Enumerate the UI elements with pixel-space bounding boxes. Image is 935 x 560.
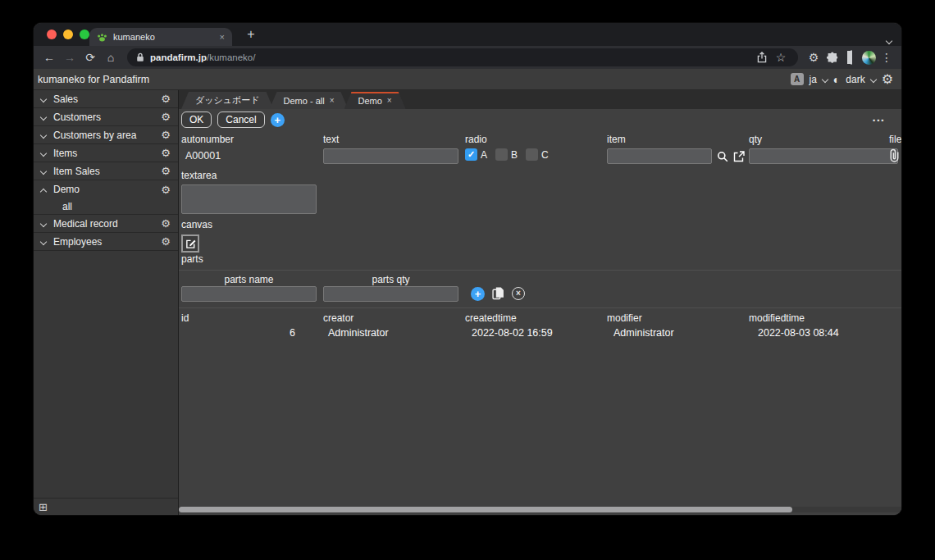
chevron-down-icon — [40, 238, 47, 244]
language-select[interactable]: ja — [810, 74, 817, 85]
cancel-button[interactable]: Cancel — [217, 112, 264, 128]
reload-button[interactable]: ⟳ — [81, 48, 99, 66]
field-label: qty — [749, 134, 898, 145]
sidebar-footer: ⊞ — [34, 498, 178, 515]
sidebar-item-label: Items — [53, 148, 77, 159]
bookmark-star-icon[interactable]: ☆ — [773, 49, 789, 66]
sidebar: Sales ⚙ Customers ⚙ Customers by area ⚙ … — [34, 90, 179, 515]
add-record-button[interactable]: + — [271, 113, 285, 127]
tab-close-icon[interactable]: × — [387, 97, 392, 105]
tab-dashboard[interactable]: ダッシュボード — [181, 92, 274, 109]
side-panel-icon[interactable] — [843, 49, 860, 66]
field-label: item — [607, 134, 745, 145]
ok-button[interactable]: OK — [181, 112, 212, 128]
search-icon[interactable] — [717, 151, 728, 162]
sidebar-gear-icon[interactable]: ⚙ — [161, 218, 171, 229]
sidebar-item-customers-by-area[interactable]: Customers by area ⚙ — [34, 126, 178, 144]
field-label: radio — [465, 134, 554, 145]
radio-options: ✓ A B C — [465, 148, 554, 161]
field-label: file — [889, 134, 901, 145]
back-button[interactable]: ← — [40, 48, 58, 66]
tab-close-icon[interactable]: × — [330, 97, 335, 105]
chevron-up-icon — [40, 189, 47, 195]
horizontal-scrollbar-track[interactable] — [179, 507, 901, 512]
browser-menu-icon[interactable]: ⋮ — [878, 49, 895, 66]
paperclip-icon[interactable] — [889, 148, 900, 162]
option-label: B — [511, 149, 518, 161]
chevron-down-icon — [40, 220, 47, 226]
sidebar-item-item-sales[interactable]: Item Sales ⚙ — [34, 162, 178, 180]
tab-label: Demo - all — [284, 96, 325, 106]
app-settings-gear-icon[interactable]: ⚙ — [882, 73, 893, 86]
extensions-puzzle-icon[interactable] — [824, 52, 841, 64]
browser-tab[interactable]: kumaneko × — [89, 28, 232, 46]
parts-name-input[interactable] — [181, 286, 317, 302]
theme-select[interactable]: dark — [846, 74, 864, 85]
parts-copy-row-icon[interactable] — [492, 286, 504, 300]
sidebar-item-sales[interactable]: Sales ⚙ — [34, 90, 178, 108]
meta-creator-label: creator — [323, 312, 353, 324]
field-canvas: canvas — [181, 219, 212, 253]
tab-demo-all[interactable]: Demo - all × — [270, 92, 349, 109]
sidebar-gear-icon[interactable]: ⚙ — [161, 112, 171, 122]
sidebar-item-employees[interactable]: Employees ⚙ — [34, 233, 178, 251]
sidebar-subitem-all[interactable]: all — [34, 198, 178, 215]
field-item: item — [607, 134, 745, 164]
parts-table-bottom-border — [179, 307, 901, 308]
theme-chevron-icon[interactable] — [869, 75, 876, 82]
home-button[interactable]: ⌂ — [102, 48, 120, 66]
tab-demo[interactable]: Demo × — [344, 92, 406, 109]
parts-col-header-name: parts name — [181, 274, 317, 285]
tab-search-chevron-icon[interactable] — [887, 32, 892, 47]
meta-modifier-value: Administrator — [613, 327, 674, 339]
horizontal-scrollbar-thumb[interactable] — [179, 507, 792, 512]
settings-gear-icon[interactable]: ⚙ — [805, 49, 822, 66]
zoom-window-button[interactable] — [80, 30, 89, 39]
language-chevron-icon[interactable] — [822, 75, 828, 82]
sidebar-item-customers[interactable]: Customers ⚙ — [34, 108, 178, 126]
sidebar-gear-icon[interactable]: ⚙ — [161, 236, 171, 247]
tab-close-icon[interactable]: × — [220, 33, 225, 42]
sidebar-item-label: Medical record — [53, 218, 118, 230]
parts-delete-row-icon[interactable]: × — [512, 287, 525, 300]
browser-tabstrip: kumaneko × + — [34, 23, 901, 46]
sidebar-item-label: Customers by area — [53, 130, 136, 141]
sidebar-gear-icon[interactable]: ⚙ — [161, 166, 171, 176]
lock-icon — [136, 52, 144, 62]
item-input[interactable] — [607, 148, 712, 164]
sidebar-item-label: Demo — [53, 184, 80, 195]
add-app-icon[interactable]: ⊞ — [39, 501, 48, 513]
screenshot-stage: kumaneko × + ← → ⟳ ⌂ pandafirm.jp/kumane… — [0, 0, 935, 560]
app-header-controls: A ja ◐ dark ⚙ — [791, 73, 894, 86]
sidebar-item-items[interactable]: Items ⚙ — [34, 144, 178, 162]
text-input[interactable] — [323, 148, 458, 164]
sidebar-gear-icon[interactable]: ⚙ — [161, 148, 171, 158]
minimize-window-button[interactable] — [63, 30, 73, 39]
close-window-button[interactable] — [47, 30, 57, 39]
translate-icon[interactable]: A — [791, 73, 804, 85]
parts-qty-input[interactable] — [323, 286, 458, 302]
checkbox-b[interactable] — [495, 148, 508, 161]
forward-button[interactable]: → — [61, 48, 79, 66]
sidebar-gear-icon[interactable]: ⚙ — [161, 130, 171, 140]
qty-input[interactable] — [749, 148, 898, 164]
paw-favicon-icon — [97, 32, 107, 43]
external-link-icon[interactable] — [733, 151, 745, 162]
checkbox-c[interactable] — [526, 148, 538, 161]
more-options-button[interactable]: ... — [872, 111, 885, 123]
textarea-input[interactable] — [181, 184, 317, 214]
new-tab-button[interactable]: + — [242, 25, 260, 43]
canvas-edit-button[interactable] — [181, 234, 199, 253]
sidebar-item-demo[interactable]: Demo ⚙ — [34, 180, 178, 198]
checkbox-a-checked[interactable]: ✓ — [465, 148, 477, 161]
address-bar[interactable]: pandafirm.jp/kumaneko/ ☆ — [127, 48, 798, 66]
sidebar-item-medical-record[interactable]: Medical record ⚙ — [34, 215, 178, 233]
contrast-icon[interactable]: ◐ — [833, 74, 840, 85]
sidebar-gear-icon[interactable]: ⚙ — [161, 184, 171, 195]
profile-avatar[interactable] — [862, 51, 876, 65]
share-icon[interactable] — [757, 52, 767, 63]
sidebar-item-label: Employees — [53, 236, 102, 248]
sidebar-gear-icon[interactable]: ⚙ — [161, 93, 171, 104]
record-form: OK Cancel + ... autonumber A00001 text — [179, 109, 901, 515]
parts-add-row-button[interactable]: + — [471, 287, 485, 301]
